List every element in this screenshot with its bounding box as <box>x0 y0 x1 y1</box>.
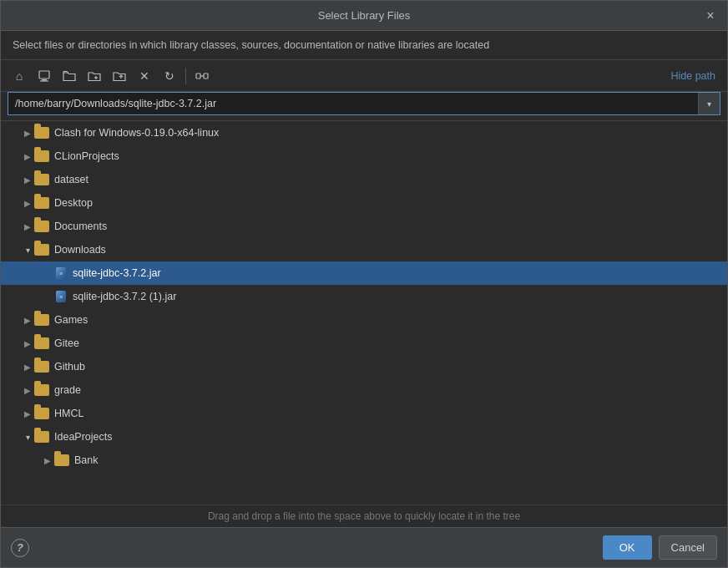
desktop-button[interactable] <box>33 64 56 88</box>
action-buttons: OK Cancel <box>603 535 717 560</box>
tree-item-label: sqlite-jdbc-3.7.2 (1).jar <box>73 291 727 302</box>
tree-item[interactable]: ▶dataset <box>1 168 727 191</box>
tree-item[interactable]: ▶Desktop <box>1 191 727 215</box>
chevron-icon: ▶ <box>21 220 34 233</box>
chevron-icon: ▶ <box>21 337 34 350</box>
chevron-icon: ▾ <box>21 430 34 444</box>
folder-icon <box>34 314 49 326</box>
tree-item[interactable]: ▶Github <box>1 355 727 378</box>
folder-icon <box>54 454 69 466</box>
drag-hint: Drag and drop a file into the space abov… <box>1 505 727 527</box>
tree-item[interactable]: ▶Bank <box>1 449 727 472</box>
folder-icon <box>34 174 49 185</box>
folder-icon <box>34 197 49 209</box>
chevron-icon: ▶ <box>21 383 34 397</box>
close-button[interactable]: × <box>702 8 719 24</box>
help-button[interactable]: ? <box>11 539 29 557</box>
folder-icon <box>34 221 49 232</box>
tree-item-label: Documents <box>54 221 727 232</box>
tree-item[interactable]: ▶Gitee <box>1 332 727 355</box>
tree-item-label: grade <box>54 384 727 396</box>
chevron-icon: ▶ <box>21 407 34 420</box>
jar-icon <box>54 266 68 280</box>
dialog-title: Select Library Files <box>318 9 411 22</box>
chevron-icon <box>41 266 54 280</box>
toolbar-separator <box>185 68 186 84</box>
cancel-button[interactable]: Cancel <box>659 535 717 560</box>
tree-item-label: Gitee <box>54 337 727 349</box>
svg-rect-1 <box>42 79 47 81</box>
chevron-icon: ▶ <box>21 196 34 210</box>
tree-item[interactable]: ▶Games <box>1 308 727 332</box>
tree-item[interactable]: ▶HMCL <box>1 402 727 425</box>
jar-icon <box>54 290 68 303</box>
tree-item-label: dataset <box>54 174 727 185</box>
folder-icon <box>34 150 49 162</box>
folder-up-button[interactable] <box>108 64 131 88</box>
chevron-icon: ▶ <box>21 313 34 327</box>
tree-item[interactable]: ▶Documents <box>1 215 727 238</box>
svg-rect-7 <box>204 74 208 79</box>
tree-item-label: HMCL <box>54 408 727 419</box>
chevron-icon: ▾ <box>21 243 34 256</box>
svg-rect-0 <box>39 71 49 79</box>
folder-icon <box>34 361 49 373</box>
svg-rect-6 <box>196 74 200 79</box>
tree-item-label: CLionProjects <box>54 150 727 162</box>
chevron-icon: ▶ <box>21 173 34 186</box>
folder-browse-button[interactable] <box>58 64 81 88</box>
chevron-icon: ▶ <box>21 126 34 139</box>
home-button[interactable]: ⌂ <box>8 64 31 88</box>
ok-button[interactable]: OK <box>603 535 652 560</box>
tree-item-label: sqlite-jdbc-3.7.2.jar <box>73 267 727 279</box>
bottom-bar: ? OK Cancel <box>1 527 727 567</box>
toolbar: ⌂ <box>1 60 727 92</box>
path-input[interactable] <box>8 98 698 109</box>
folder-icon <box>34 337 49 349</box>
tree-item[interactable]: ▾IdeaProjects <box>1 425 727 449</box>
chevron-icon <box>41 290 54 303</box>
tree-item[interactable]: sqlite-jdbc-3.7.2.jar <box>1 261 727 285</box>
folder-icon <box>34 431 49 443</box>
tree-item-label: Desktop <box>54 197 727 209</box>
refresh-button[interactable]: ↻ <box>158 64 181 88</box>
folder-icon <box>34 384 49 396</box>
delete-button[interactable]: ✕ <box>133 64 156 88</box>
tree-item[interactable]: ▶CLionProjects <box>1 145 727 168</box>
tree-item[interactable]: ▾Downloads <box>1 238 727 261</box>
file-tree: ▶Clash for Windows-0.19.0-x64-linux▶CLio… <box>1 120 727 505</box>
description-text: Select files or directories in which lib… <box>1 31 727 60</box>
tree-item-label: Games <box>54 314 727 326</box>
tree-item[interactable]: ▶grade <box>1 378 727 402</box>
tree-item-label: Bank <box>74 454 727 466</box>
tree-item[interactable]: ▶Clash for Windows-0.19.0-x64-linux <box>1 121 727 145</box>
folder-icon <box>34 244 49 256</box>
dialog: Select Library Files × Select files or d… <box>0 0 728 568</box>
path-bar: ▾ <box>8 92 720 115</box>
chevron-icon: ▶ <box>21 360 34 373</box>
link-button[interactable] <box>190 64 214 88</box>
tree-item[interactable]: sqlite-jdbc-3.7.2 (1).jar <box>1 285 727 308</box>
folder-new-button[interactable] <box>83 64 106 88</box>
tree-item-label: IdeaProjects <box>54 431 727 443</box>
title-bar: Select Library Files × <box>1 1 727 31</box>
chevron-icon: ▶ <box>41 454 54 467</box>
hide-path-button[interactable]: Hide path <box>665 67 720 85</box>
path-dropdown-button[interactable]: ▾ <box>698 93 720 114</box>
tree-item-label: Github <box>54 361 727 373</box>
folder-icon <box>34 408 49 419</box>
folder-icon <box>34 127 49 139</box>
chevron-icon: ▶ <box>21 150 34 163</box>
tree-item-label: Clash for Windows-0.19.0-x64-linux <box>54 127 727 139</box>
tree-item-label: Downloads <box>54 244 727 256</box>
